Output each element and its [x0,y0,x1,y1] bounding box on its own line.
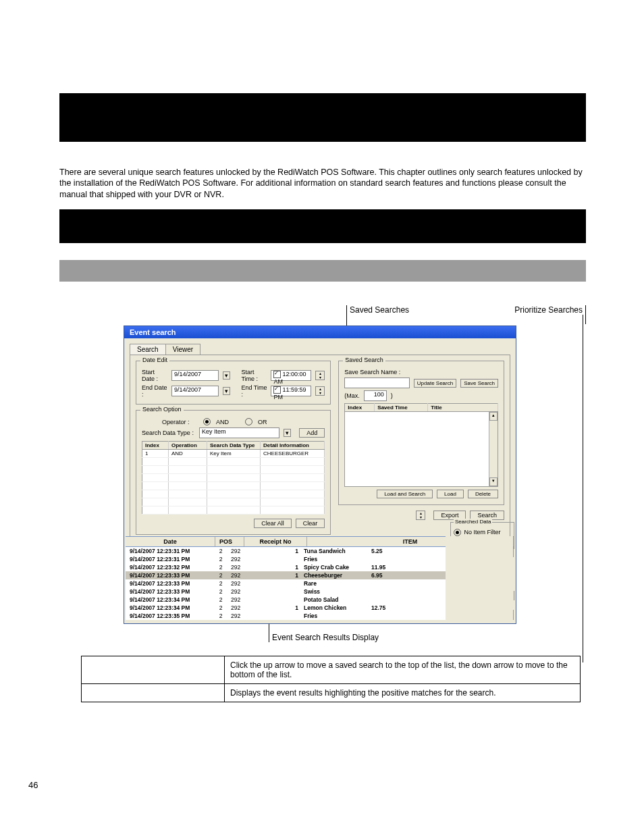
end-time-checkbox[interactable] [273,386,281,394]
max-input[interactable]: 100 [364,390,387,401]
add-button[interactable]: Add [299,428,325,438]
end-time-label: End Time : [241,384,267,398]
criteria-row[interactable]: 1 AND Key Item CHEESEBURGER [142,450,325,458]
col-index: Index [345,404,375,412]
callout-results-display: Event Search Results Display [269,633,379,642]
group-title-saved-search: Saved Search [343,357,385,363]
def-label-prioritize [82,656,225,684]
clear-all-button[interactable]: Clear All [254,519,292,528]
radio-or[interactable] [245,418,252,425]
intro-paragraph: There are several unique search features… [59,167,586,201]
def-text-results: Displays the event results highlighting … [225,684,581,702]
radio-or-label: OR [258,419,267,425]
def-label-results [82,684,225,702]
dropdown-icon[interactable]: ▾ [223,387,230,395]
col-receipt: Receipt No [244,537,307,546]
col-pos: POS [215,537,244,546]
dialog-tabs: SearchViewer [130,344,510,355]
group-search-option: Search Option Operator : AND OR Search D… [136,410,331,535]
data-type-combo[interactable]: Key Item [199,427,279,438]
chapter-heading-bar [59,93,586,142]
col-detail: Detail Information [261,442,325,450]
group-title-date-edit: Date Edit [140,357,169,363]
spinner-icon[interactable]: ▴▾ [315,371,325,380]
load-button[interactable]: Load [437,490,464,498]
col-date: Date [126,537,215,546]
end-time-field[interactable]: 11:59:59 PM [271,386,311,396]
saved-list[interactable]: Index Saved Time Title [344,403,498,412]
save-search-button[interactable]: Save Search [460,379,498,388]
group-date-edit: Date Edit Start Date : 9/14/2007▾ Start … [136,361,331,405]
saved-list-body[interactable]: ▴ ▾ [344,412,498,487]
clear-button[interactable]: Clear [296,519,325,528]
dialog-title: Event search [124,326,516,338]
col-saved-time: Saved Time [375,404,428,412]
start-time-checkbox[interactable] [273,371,281,378]
delete-button[interactable]: Delete [468,490,498,498]
max-end: ) [391,392,393,399]
max-label: (Max. [344,392,360,399]
radio-no-item-filter[interactable] [454,529,461,536]
def-text-prioritize: Click the up arrow to move a saved searc… [225,656,581,684]
radio-and[interactable] [203,418,211,425]
dropdown-icon[interactable]: ▾ [223,371,230,380]
scroll-down-icon[interactable]: ▾ [489,477,498,486]
scroll-up-icon[interactable]: ▴ [489,412,498,421]
group-title-searched-data: Searched Data [454,519,492,525]
tab-viewer[interactable]: Viewer [165,344,200,355]
prioritize-spinner-icon[interactable]: ▴▾ [416,511,425,520]
col-index: Index [142,442,169,450]
load-and-search-button[interactable]: Load and Search [377,490,433,498]
callout-prioritize-searches: Prioritize Searches [481,305,586,324]
start-time-label: Start Time : [241,369,267,382]
data-type-label: Search Data Type : [142,429,195,436]
radio-and-label: AND [216,419,229,425]
definitions-table: Click the up arrow to move a saved searc… [81,656,581,702]
col-data-type: Search Data Type [207,442,261,450]
end-date-field[interactable]: 9/14/2007 [171,386,219,396]
col-operation: Operation [169,442,207,450]
start-date-label: Start Date : [142,369,167,382]
dropdown-icon[interactable]: ▾ [284,429,291,437]
save-name-input[interactable] [344,377,410,388]
save-name-label: Save Search Name : [344,369,400,375]
update-search-button[interactable]: Update Search [414,379,456,388]
start-time-field[interactable]: 12:00:00 AM [271,370,311,381]
operator-label: Operator : [162,419,199,425]
group-saved-search: Saved Search Save Search Name : Update S… [338,361,504,505]
spinner-icon[interactable]: ▴▾ [315,386,325,396]
section-heading-bar [59,209,586,243]
subsection-heading-bar [59,260,586,282]
start-date-field[interactable]: 9/14/2007 [171,370,219,381]
no-item-filter-label: No Item Filter [464,529,501,536]
criteria-grid[interactable]: Index Operation Search Data Type Detail … [142,441,325,515]
tab-search[interactable]: Search [130,344,166,355]
end-date-label: End Date : [142,384,167,398]
callout-saved-searches: Saved Searches [346,305,409,324]
col-title: Title [428,404,498,412]
page-number: 46 [28,780,38,790]
group-title-search-option: Search Option [140,406,184,413]
